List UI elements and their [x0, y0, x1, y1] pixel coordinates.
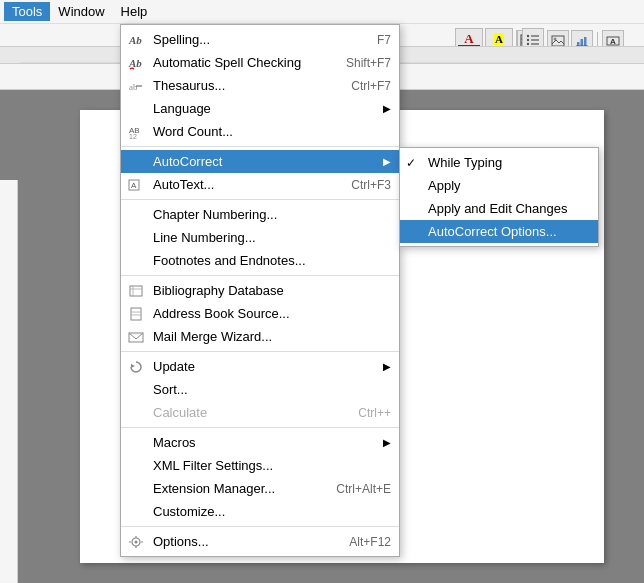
- menu-item-sort[interactable]: Sort...: [121, 378, 399, 401]
- macros-arrow: ▶: [383, 437, 391, 448]
- autocorrect-submenu: ✓ While Typing Apply Apply and Edit Chan…: [399, 147, 599, 247]
- svg-rect-28: [130, 286, 142, 296]
- thesaurus-icon: ab: [125, 79, 147, 93]
- submenu-apply-edit[interactable]: Apply and Edit Changes: [400, 197, 598, 220]
- menu-item-spelling[interactable]: Ab Spelling... F7: [121, 28, 399, 51]
- menu-item-address-book[interactable]: Address Book Source...: [121, 302, 399, 325]
- menu-item-thesaurus[interactable]: ab Thesaurus... Ctrl+F7: [121, 74, 399, 97]
- menu-item-word-count[interactable]: AB 12 Word Count...: [121, 120, 399, 143]
- menu-sep-6: [121, 526, 399, 527]
- svg-text:Ab: Ab: [128, 34, 142, 46]
- menu-item-xml-filter[interactable]: XML Filter Settings...: [121, 454, 399, 477]
- svg-text:ab: ab: [129, 82, 138, 92]
- autotext-icon: A: [125, 178, 147, 192]
- autocorrect-arrow: ▶: [383, 156, 391, 167]
- mail-merge-icon: [125, 330, 147, 344]
- word-count-icon: AB 12: [125, 125, 147, 139]
- svg-point-13: [527, 35, 529, 37]
- submenu-autocorrect-options[interactable]: AutoCorrect Options...: [400, 220, 598, 243]
- menu-sep-4: [121, 351, 399, 352]
- vertical-ruler: [0, 180, 18, 583]
- menu-item-chapter-numbering[interactable]: Chapter Numbering...: [121, 203, 399, 226]
- menu-item-footnotes[interactable]: Footnotes and Endnotes...: [121, 249, 399, 272]
- menubar-help[interactable]: Help: [113, 2, 156, 21]
- svg-point-17: [527, 43, 529, 45]
- menu-item-update[interactable]: Update ▶: [121, 355, 399, 378]
- while-typing-check: ✓: [406, 156, 416, 170]
- svg-marker-35: [131, 364, 135, 368]
- svg-text:A: A: [131, 181, 137, 190]
- menu-item-mail-merge[interactable]: Mail Merge Wizard...: [121, 325, 399, 348]
- menu-item-extension-manager[interactable]: Extension Manager... Ctrl+Alt+E: [121, 477, 399, 500]
- svg-text:A: A: [610, 37, 616, 46]
- svg-point-15: [527, 39, 529, 41]
- auto-spell-icon: Ab: [125, 56, 147, 70]
- options-icon: [125, 535, 147, 549]
- svg-rect-5: [552, 36, 564, 46]
- bibliography-icon: [125, 284, 147, 298]
- svg-rect-8: [581, 39, 584, 46]
- menu-sep-1: [121, 146, 399, 147]
- menu-item-calculate: Calculate Ctrl++: [121, 401, 399, 424]
- tools-dropdown-menu: Ab Spelling... F7 Ab Automatic Spell Che…: [120, 24, 400, 557]
- svg-point-37: [135, 540, 138, 543]
- svg-rect-31: [131, 308, 141, 320]
- menu-sep-3: [121, 275, 399, 276]
- menubar-tools[interactable]: Tools: [4, 2, 50, 21]
- menu-item-autotext[interactable]: A AutoText... Ctrl+F3: [121, 173, 399, 196]
- menu-item-options[interactable]: Options... Alt+F12: [121, 530, 399, 553]
- menu-sep-2: [121, 199, 399, 200]
- menu-sep-5: [121, 427, 399, 428]
- submenu-while-typing[interactable]: ✓ While Typing: [400, 151, 598, 174]
- address-book-icon: [125, 307, 147, 321]
- svg-text:Ab: Ab: [128, 57, 142, 69]
- menu-item-language[interactable]: Language ▶: [121, 97, 399, 120]
- menu-item-bibliography[interactable]: Bibliography Database: [121, 279, 399, 302]
- menubar: Tools Window Help: [0, 0, 644, 24]
- menu-item-auto-spell[interactable]: Ab Automatic Spell Checking Shift+F7: [121, 51, 399, 74]
- update-arrow: ▶: [383, 361, 391, 372]
- language-arrow: ▶: [383, 103, 391, 114]
- menu-item-macros[interactable]: Macros ▶: [121, 431, 399, 454]
- update-icon: [125, 360, 147, 374]
- menu-item-customize[interactable]: Customize...: [121, 500, 399, 523]
- menu-item-autocorrect[interactable]: AutoCorrect ▶ ✓ While Typing Apply Apply…: [121, 150, 399, 173]
- menubar-window[interactable]: Window: [50, 2, 112, 21]
- menu-item-line-numbering[interactable]: Line Numbering...: [121, 226, 399, 249]
- spelling-icon: Ab: [125, 33, 147, 47]
- submenu-apply[interactable]: Apply: [400, 174, 598, 197]
- svg-rect-9: [584, 37, 587, 46]
- svg-text:12: 12: [129, 133, 137, 139]
